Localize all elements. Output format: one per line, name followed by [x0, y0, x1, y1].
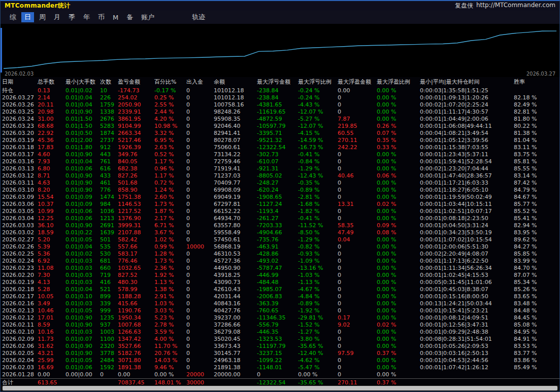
- table-cell: 0.00 %: [375, 215, 418, 222]
- table-row[interactable]: 2026.02.255.360.01|0.02530583.171.28 %04…: [1, 251, 560, 258]
- menu-item-季[interactable]: 季: [65, 12, 78, 22]
- table-cell: -0.41 %: [297, 151, 336, 158]
- table-row[interactable]: 2026.03.0915.540.01|0.0914741751.382.60 …: [1, 194, 560, 201]
- table-cell: 20.76 %: [153, 350, 185, 357]
- table-row[interactable]: 2026.01.280.000.00|0.0000.000.00 %200002…: [1, 371, 560, 379]
- table-row[interactable]: 2026.03.2431.000.01|1.5026763861.954.20 …: [1, 116, 560, 123]
- menu-item-月[interactable]: 月: [51, 12, 63, 22]
- table-row[interactable]: 2026.03.114.630.01|0.90461501.680.72 %07…: [1, 180, 560, 187]
- table-row[interactable]: 2026.02.0543.210.01|0.9037785182.7620.76…: [1, 350, 560, 357]
- menu-item-账户[interactable]: 账户: [138, 12, 157, 22]
- table-cell: 0.35 %: [375, 137, 418, 144]
- table-row[interactable]: 2026.03.2022.920.01|0.5018742663.343.32 …: [1, 130, 560, 137]
- table-cell: 81.80 %: [512, 116, 560, 123]
- menu-item-轨迹[interactable]: 轨迹: [189, 12, 208, 22]
- table-cell: 0: [336, 272, 375, 279]
- table-cell: 2737: [98, 137, 116, 144]
- table-row[interactable]: 2026.03.1945.360.01|2.0027375217.466.95 …: [1, 137, 560, 144]
- menu-item-币[interactable]: 币: [95, 12, 108, 22]
- horizontal-scrollbar[interactable]: [1, 385, 559, 391]
- table-cell: [512, 87, 560, 94]
- table-cell: 0.00 %: [153, 371, 185, 379]
- table-row[interactable]: 2026.02.163.490.01|0.03339415.661.03 %04…: [1, 300, 560, 307]
- table-cell: 0:00:01|1:23:43|5:37:11: [418, 151, 512, 158]
- table-row[interactable]: 2026.03.136.800.01|0.06616682.380.96 %07…: [1, 165, 560, 172]
- equity-curve-svg: [1, 24, 560, 77]
- table-row[interactable]: 2026.03.128.710.01|0.90433827.261.17 %07…: [1, 172, 560, 180]
- table-row[interactable]: 2026.02.0425.990.01|0.0524843071.8014.03…: [1, 357, 560, 364]
- table-cell: -5787.47: [255, 265, 297, 272]
- table-row[interactable]: 2026.02.185.280.01|0.04521578.991.38 %04…: [1, 286, 560, 293]
- table-row[interactable]: 2026.03.1817.830.01|1.809121926.392.63 %…: [1, 144, 560, 151]
- table-row[interactable]: 2026.02.1310.460.01|0.059991190.763.03 %…: [1, 307, 560, 314]
- table-cell: 0:00:01|1:47:40|28:36:57: [418, 172, 512, 180]
- menu-item-日[interactable]: 日: [21, 12, 34, 22]
- table-row[interactable]: 2026.02.1217.010.01|0.9012351950.345.23 …: [1, 314, 560, 322]
- table-row[interactable]: 2026.02.194.130.01|0.03416480.301.13 %04…: [1, 279, 560, 286]
- table-cell: 0:00:01|1:04:49|2:00:06: [418, 116, 512, 123]
- table-cell: 827.52: [116, 272, 153, 279]
- table-cell: -8.50 %: [297, 229, 336, 236]
- menu-item-年[interactable]: 年: [80, 12, 93, 22]
- table-row[interactable]: 2026.02.265.390.01|0.04535557.660.99 %10…: [1, 243, 560, 251]
- table-row[interactable]: 2026.03.174.600.01|0.90443349.760.52 %07…: [1, 151, 560, 158]
- table-row[interactable]: 2026.02.207.300.01|0.03719827.521.92 %04…: [1, 272, 560, 279]
- table-cell: 0.00 %: [375, 265, 418, 272]
- table-row[interactable]: 2026.03.167.930.01|0.04761840.051.17 %07…: [1, 158, 560, 165]
- table-row[interactable]: 2026.03.2620.110.01|0.0417592050.902.55 …: [1, 101, 560, 109]
- table-cell: -1193.4: [255, 208, 297, 215]
- scrollbar-thumb[interactable]: [3, 386, 557, 390]
- table-cell: 17.83: [36, 144, 64, 151]
- table-row[interactable]: 2026.03.2520.980.01|0.9013382339.912.44 …: [1, 109, 560, 116]
- table-cell: 0: [185, 109, 212, 116]
- table-row[interactable]: 2026.03.0218.590.01|0.2216392107.883.67 …: [1, 229, 560, 236]
- brand-url-link[interactable]: http://MTCommander.com: [476, 2, 555, 10]
- table-cell: -4872.59: [255, 116, 297, 123]
- table-row[interactable]: 2026.02.2311.080.01|0.036601032.652.36 %…: [1, 265, 560, 272]
- table-row[interactable]: 2026.02.246.920.01|0.03681776.461.73 %04…: [1, 258, 560, 265]
- table-cell: 2026.03.11: [1, 180, 36, 187]
- table-cell: 2026.03.02: [1, 229, 36, 236]
- table-row[interactable]: 2026.03.0610.370.01|0.099841146.531.73 %…: [1, 201, 560, 208]
- table-row[interactable]: 2026.03.0412.250.01|0.0612131376.902.17 …: [1, 215, 560, 222]
- table-cell: 2026.02.10: [1, 329, 36, 336]
- menu-item-综[interactable]: 综: [7, 12, 19, 22]
- table-row[interactable]: 2026.02.118.590.01|0.909371007.682.78 %0…: [1, 322, 560, 329]
- table-cell: -1.68 %: [297, 201, 336, 208]
- table-cell: -8805.02: [255, 172, 297, 180]
- table-cell: 71919.41: [212, 165, 255, 172]
- table-cell: 56868.19: [212, 243, 255, 251]
- table-row[interactable]: 2026.03.272.140.01|0.04226254.020.25 %01…: [1, 94, 560, 101]
- table-row[interactable]: 2026.02.0911.730.01|0.0711001347.424.00 …: [1, 336, 560, 343]
- table-cell: -11.52 %: [297, 222, 336, 229]
- table-cell: 0:00:01|1:11:17|4:30:57: [418, 109, 512, 116]
- table-cell: 0.01|0.90: [64, 322, 98, 329]
- table-cell: 2026.03.25: [1, 109, 36, 116]
- table-cell: 0.01|0.06: [64, 208, 98, 215]
- column-header: 最大浮盈比例: [375, 77, 418, 87]
- table-cell: 3.32 %: [153, 130, 185, 137]
- table-row[interactable]: 持仓0.130.01|0.0210-174.73-0.17 %0101012.1…: [1, 87, 560, 94]
- table-cell: 83.11 %: [512, 144, 560, 151]
- table-row[interactable]: 2026.03.0336.100.01|0.9026913999.316.71 …: [1, 222, 560, 229]
- table-row[interactable]: 2026.03.2368.680.01|1.5052839104.9910.98…: [1, 123, 560, 130]
- table-row[interactable]: 2026.02.275.200.01|0.05501582.421.02 %05…: [1, 236, 560, 243]
- table-cell: 1.87 %: [153, 208, 185, 215]
- table-row[interactable]: 2026.02.0316.690.01|0.0615921891.389.46 …: [1, 364, 560, 371]
- table-cell: 5283: [98, 123, 116, 130]
- menu-item-M[interactable]: M: [110, 13, 121, 22]
- table-cell: 57450.61: [212, 236, 255, 243]
- table-row[interactable]: 2026.02.1010.160.01|0.0310031266.633.59 …: [1, 329, 560, 336]
- chart-start-date: 2026.02.03: [5, 71, 34, 77]
- menu-item-周[interactable]: 周: [36, 12, 49, 22]
- table-cell: 5.36: [36, 251, 64, 258]
- table-cell: 0: [336, 279, 375, 286]
- table-row[interactable]: 2026.03.108.200.01|0.90776858.901.24 %06…: [1, 187, 560, 194]
- menu-item-备[interactable]: 备: [123, 12, 136, 22]
- table-row[interactable]: 2026.02.0631.620.01|0.9023203527.6611.70…: [1, 343, 560, 350]
- table-cell: 0: [185, 94, 212, 101]
- table-row[interactable]: 2026.02.1710.050.01|0.108991188.282.91 %…: [1, 293, 560, 300]
- table-cell: -620.24: [255, 187, 297, 194]
- table-row[interactable]: 2026.03.0510.990.01|0.0610361217.521.87 …: [1, 208, 560, 215]
- table-cell: -0.84 %: [297, 158, 336, 165]
